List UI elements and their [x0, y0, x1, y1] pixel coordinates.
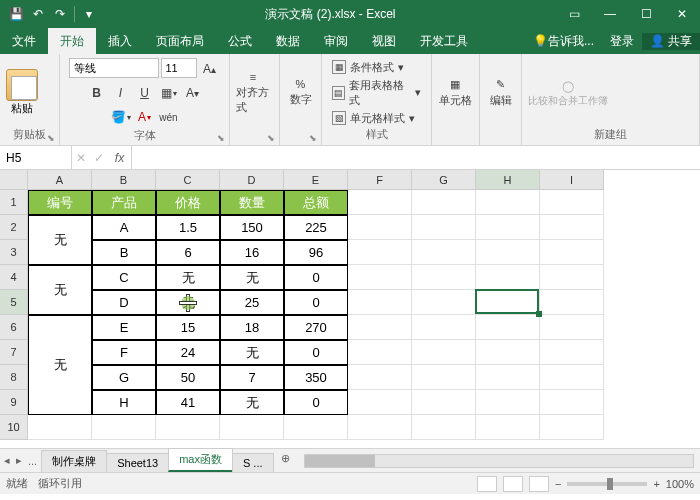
- view-pagebreak-icon[interactable]: [529, 476, 549, 492]
- cell[interactable]: [476, 390, 540, 415]
- clipboard-launcher-icon[interactable]: ⬊: [45, 132, 57, 144]
- number-button[interactable]: %数字: [286, 66, 315, 120]
- cell[interactable]: [476, 340, 540, 365]
- col-header-A[interactable]: A: [28, 170, 92, 190]
- conditional-format-button[interactable]: ▦条件格式 ▾: [328, 59, 425, 76]
- cell[interactable]: [476, 240, 540, 265]
- font-launcher-icon[interactable]: ⬊: [215, 132, 227, 144]
- cells-button[interactable]: ▦单元格: [438, 66, 472, 120]
- cell[interactable]: [540, 215, 604, 240]
- cell[interactable]: [348, 190, 412, 215]
- fill-handle[interactable]: [536, 311, 542, 317]
- fx-button[interactable]: fx: [108, 146, 132, 169]
- cell[interactable]: 96: [284, 240, 348, 265]
- maximize-icon[interactable]: ☐: [628, 0, 664, 28]
- italic-button[interactable]: I: [110, 82, 132, 104]
- col-header-H[interactable]: H: [476, 170, 540, 190]
- cell[interactable]: 无: [156, 265, 220, 290]
- cell[interactable]: [348, 415, 412, 440]
- view-pagelayout-icon[interactable]: [503, 476, 523, 492]
- row-header-1[interactable]: 1: [0, 190, 28, 215]
- ribbon-options-icon[interactable]: ▭: [556, 0, 592, 28]
- cell[interactable]: [412, 415, 476, 440]
- cell[interactable]: 7: [220, 365, 284, 390]
- font-name-select[interactable]: [69, 58, 159, 78]
- cell[interactable]: [348, 215, 412, 240]
- cell[interactable]: 产品: [92, 190, 156, 215]
- cell[interactable]: 225: [284, 215, 348, 240]
- row-header-2[interactable]: 2: [0, 215, 28, 240]
- tab-insert[interactable]: 插入: [96, 28, 144, 54]
- font-color-button[interactable]: A▾: [134, 106, 156, 128]
- tab-home[interactable]: 开始: [48, 28, 96, 54]
- cell[interactable]: 24: [156, 340, 220, 365]
- row-header-3[interactable]: 3: [0, 240, 28, 265]
- cell[interactable]: [476, 290, 540, 315]
- grow-font-icon[interactable]: A▴: [199, 58, 221, 80]
- cell[interactable]: [540, 240, 604, 265]
- cell[interactable]: F: [92, 340, 156, 365]
- col-header-E[interactable]: E: [284, 170, 348, 190]
- row-header-5[interactable]: 5: [0, 290, 28, 315]
- sheet-nav-next-icon[interactable]: ▸: [16, 454, 22, 467]
- cell[interactable]: [348, 265, 412, 290]
- sheet-tab[interactable]: 制作桌牌: [41, 450, 107, 472]
- undo-icon[interactable]: ↶: [28, 4, 48, 24]
- tab-view[interactable]: 视图: [360, 28, 408, 54]
- zoom-out-icon[interactable]: −: [555, 478, 561, 490]
- sheet-tab[interactable]: Sheet13: [106, 453, 169, 472]
- col-header-C[interactable]: C: [156, 170, 220, 190]
- cell[interactable]: 50: [156, 365, 220, 390]
- cell[interactable]: [412, 240, 476, 265]
- cell[interactable]: [412, 265, 476, 290]
- cell[interactable]: [412, 315, 476, 340]
- cell[interactable]: E: [92, 315, 156, 340]
- cell[interactable]: [348, 390, 412, 415]
- save-icon[interactable]: 💾: [6, 4, 26, 24]
- paste-button[interactable]: 粘贴: [6, 69, 38, 116]
- cell[interactable]: 16: [220, 240, 284, 265]
- cell[interactable]: 编号: [28, 190, 92, 215]
- col-header-G[interactable]: G: [412, 170, 476, 190]
- cell[interactable]: A: [92, 215, 156, 240]
- qat-customize-icon[interactable]: ▾: [79, 4, 99, 24]
- sheet-nav[interactable]: ◂ ▸ ...: [0, 449, 41, 472]
- cell[interactable]: [476, 215, 540, 240]
- cell[interactable]: 无: [28, 315, 92, 415]
- login-button[interactable]: 登录: [602, 33, 642, 50]
- redo-icon[interactable]: ↷: [50, 4, 70, 24]
- col-header-B[interactable]: B: [92, 170, 156, 190]
- cell[interactable]: [540, 315, 604, 340]
- cell[interactable]: [540, 265, 604, 290]
- cell[interactable]: [476, 415, 540, 440]
- cell[interactable]: 25: [220, 290, 284, 315]
- number-launcher-icon[interactable]: ⬊: [307, 132, 319, 144]
- tab-review[interactable]: 审阅: [312, 28, 360, 54]
- close-icon[interactable]: ✕: [664, 0, 700, 28]
- cell[interactable]: 总额: [284, 190, 348, 215]
- row-header-6[interactable]: 6: [0, 315, 28, 340]
- cell[interactable]: 41: [156, 390, 220, 415]
- cell[interactable]: [348, 340, 412, 365]
- cell[interactable]: 1.5: [156, 215, 220, 240]
- compare-merge-button[interactable]: ◯比较和合并工作簿: [528, 66, 608, 120]
- cell[interactable]: [476, 365, 540, 390]
- col-header-F[interactable]: F: [348, 170, 412, 190]
- cell[interactable]: [412, 365, 476, 390]
- alignment-button[interactable]: ≡对齐方式: [236, 66, 270, 120]
- row-header-9[interactable]: 9: [0, 390, 28, 415]
- cell[interactable]: [412, 190, 476, 215]
- minimize-icon[interactable]: —: [592, 0, 628, 28]
- cell[interactable]: [476, 315, 540, 340]
- cell[interactable]: 无: [156, 290, 220, 315]
- cell[interactable]: 无: [28, 215, 92, 265]
- cell[interactable]: [540, 415, 604, 440]
- spreadsheet-grid[interactable]: ABCDEFGHI 12345678910 编号产品价格数量总额无无无A1.51…: [0, 170, 700, 448]
- cell[interactable]: 无: [220, 340, 284, 365]
- cell[interactable]: D: [92, 290, 156, 315]
- table-format-button[interactable]: ▤套用表格格式 ▾: [328, 77, 425, 109]
- cell[interactable]: 0: [284, 390, 348, 415]
- horizontal-scrollbar[interactable]: [298, 449, 701, 472]
- cell[interactable]: [412, 290, 476, 315]
- cell[interactable]: [348, 365, 412, 390]
